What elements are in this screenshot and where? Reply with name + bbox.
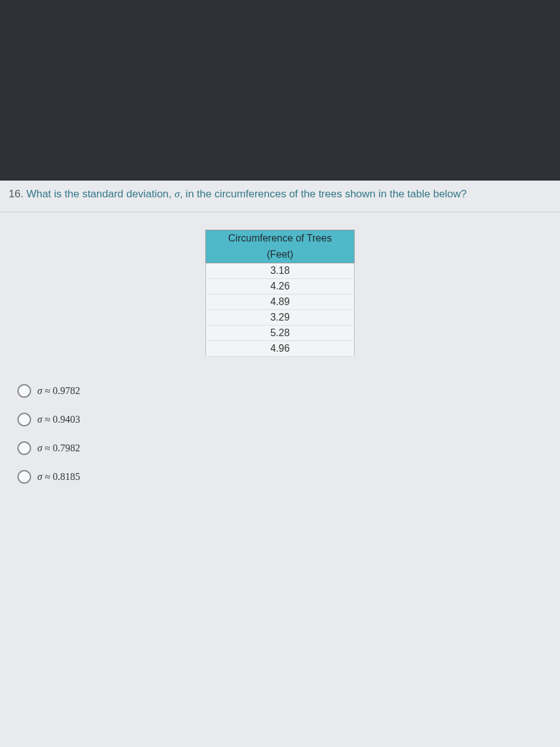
table-wrap: Circumference of Trees (Feet) 3.18 4.26 … <box>0 212 560 369</box>
option-sigma: σ <box>37 443 42 453</box>
option-label: σ ≈ 0.7982 <box>37 443 80 454</box>
radio-button[interactable] <box>17 384 31 398</box>
option-row[interactable]: σ ≈ 0.8185 <box>17 463 543 491</box>
table-row: 4.89 <box>206 294 355 310</box>
table-title: Circumference of Trees <box>206 230 355 247</box>
radio-button[interactable] <box>17 470 31 484</box>
table-cell: 4.89 <box>206 294 355 310</box>
option-value: 0.9403 <box>53 414 80 425</box>
question-text-after: , in the circumferences of the trees sho… <box>180 188 467 200</box>
sigma-symbol: σ <box>175 188 180 200</box>
question-text-before: What is the standard deviation, <box>26 188 174 200</box>
table-row: 4.26 <box>206 279 355 294</box>
option-sigma: σ <box>37 414 42 425</box>
answer-options: σ ≈ 0.9782 σ ≈ 0.9403 σ ≈ 0.7982 σ <box>0 369 560 499</box>
option-row[interactable]: σ ≈ 0.9403 <box>17 405 543 434</box>
option-label: σ ≈ 0.9782 <box>37 385 80 397</box>
table-cell: 4.96 <box>206 341 355 357</box>
table-row: 4.96 <box>206 341 355 357</box>
option-row[interactable]: σ ≈ 0.7982 <box>17 434 543 463</box>
option-row[interactable]: σ ≈ 0.9782 <box>17 377 543 405</box>
data-table: Circumference of Trees (Feet) 3.18 4.26 … <box>205 230 355 357</box>
option-approx: ≈ <box>45 443 50 453</box>
table-cell: 3.18 <box>206 263 355 279</box>
radio-button[interactable] <box>17 441 31 455</box>
table-cell: 5.28 <box>206 326 355 341</box>
question-header: 16. What is the standard deviation, σ, i… <box>0 181 560 212</box>
question-number: 16. <box>9 188 24 200</box>
table-cell: 4.26 <box>206 279 355 294</box>
table-cell: 3.29 <box>206 310 355 326</box>
option-sigma: σ <box>37 385 42 396</box>
table-row: 3.29 <box>206 310 355 326</box>
option-approx: ≈ <box>45 471 50 482</box>
radio-button[interactable] <box>17 413 31 426</box>
option-label: σ ≈ 0.8185 <box>37 471 80 482</box>
table-subtitle: (Feet) <box>206 247 355 263</box>
option-value: 0.8185 <box>53 471 80 482</box>
option-value: 0.7982 <box>53 443 80 453</box>
option-approx: ≈ <box>45 414 50 425</box>
option-sigma: σ <box>37 471 42 482</box>
option-value: 0.9782 <box>53 385 80 396</box>
table-row: 3.18 <box>206 263 355 279</box>
option-approx: ≈ <box>45 385 50 396</box>
top-dark-region <box>0 0 560 181</box>
option-label: σ ≈ 0.9403 <box>37 414 80 425</box>
table-row: 5.28 <box>206 326 355 341</box>
question-container: 16. What is the standard deviation, σ, i… <box>0 181 560 747</box>
